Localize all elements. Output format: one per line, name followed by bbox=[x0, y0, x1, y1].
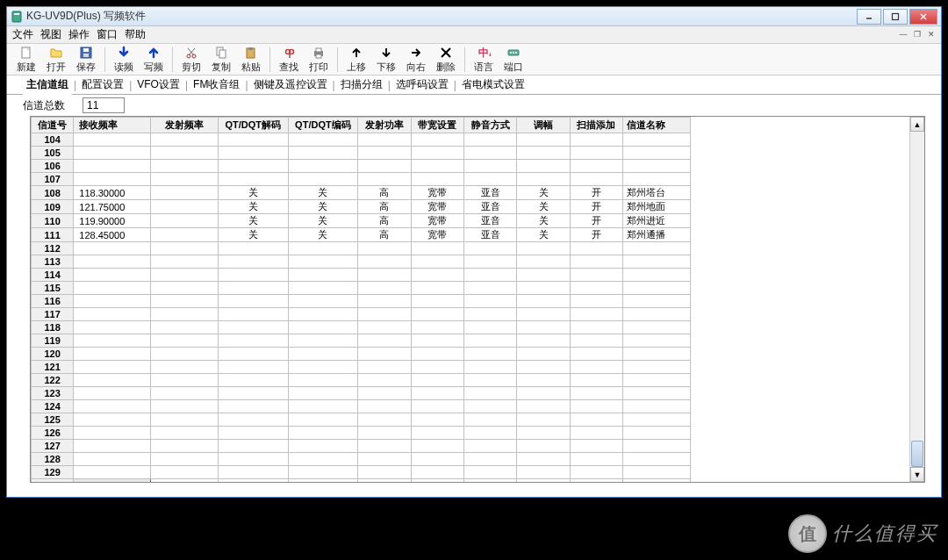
col-scan-add[interactable]: 扫描添加 bbox=[570, 118, 622, 133]
tab-selcall[interactable]: 选呼码设置 bbox=[392, 75, 452, 94]
col-mute[interactable]: 静音方式 bbox=[463, 118, 516, 133]
table-row[interactable]: 127 bbox=[32, 440, 691, 453]
table-row[interactable]: 121 bbox=[32, 361, 691, 374]
copy-icon bbox=[214, 46, 228, 60]
scroll-down-button[interactable]: ▼ bbox=[910, 467, 924, 482]
svg-rect-17 bbox=[248, 47, 253, 50]
table-row[interactable]: 104 bbox=[32, 133, 691, 147]
port-button[interactable]: 端口 bbox=[499, 45, 528, 75]
svg-point-19 bbox=[290, 49, 294, 54]
moveright-button[interactable]: 向右 bbox=[402, 45, 430, 75]
tab-scan-group[interactable]: 扫描分组 bbox=[337, 75, 386, 94]
table-row[interactable]: 105 bbox=[32, 147, 691, 160]
table-row[interactable]: 120 bbox=[32, 348, 691, 361]
table-row[interactable]: 129 bbox=[32, 466, 691, 479]
col-rx-freq[interactable]: 接收频率 bbox=[74, 118, 151, 133]
table-row[interactable]: 107 bbox=[32, 173, 691, 186]
new-icon bbox=[19, 46, 33, 60]
find-button[interactable]: 查找 bbox=[275, 45, 303, 75]
table-row[interactable]: 122 bbox=[32, 374, 691, 387]
channel-count-label: 信道总数 bbox=[23, 98, 65, 113]
table-row[interactable]: 114 bbox=[32, 269, 691, 282]
delete-button[interactable]: 删除 bbox=[432, 45, 460, 75]
mdi-restore-button[interactable]: ❐ bbox=[911, 28, 923, 40]
tab-powersave[interactable]: 省电模式设置 bbox=[458, 75, 528, 94]
col-power[interactable]: 发射功率 bbox=[358, 118, 411, 133]
table-row[interactable]: 106 bbox=[32, 160, 691, 173]
tab-fm[interactable]: FM收音组 bbox=[190, 75, 243, 94]
mdi-minimize-button[interactable]: ― bbox=[897, 28, 909, 40]
mdi-close-button[interactable]: ✕ bbox=[925, 28, 937, 40]
table-row[interactable]: 126 bbox=[32, 427, 691, 440]
save-icon bbox=[79, 46, 93, 60]
col-channel-num[interactable]: 信道号 bbox=[32, 118, 74, 133]
read-button[interactable]: 读频 bbox=[110, 45, 138, 75]
movedown-button[interactable]: 下移 bbox=[372, 45, 400, 75]
tab-sidekey[interactable]: 侧键及遥控设置 bbox=[250, 75, 331, 94]
arrow-down-icon bbox=[379, 46, 393, 60]
port-icon bbox=[506, 46, 521, 60]
paste-button[interactable]: 粘贴 bbox=[237, 45, 265, 75]
tab-strip: 主信道组| 配置设置| VFO设置| FM收音组| 侧键及遥控设置| 扫描分组|… bbox=[7, 75, 941, 95]
table-row[interactable]: 124 bbox=[32, 400, 691, 413]
tab-vfo[interactable]: VFO设置 bbox=[133, 75, 183, 94]
toolbar: 新建 打开 保存 读频 写频 剪切 复制 粘贴 查找 打印 上移 下移 向右 删… bbox=[7, 44, 941, 75]
tab-config[interactable]: 配置设置 bbox=[78, 75, 127, 94]
table-row[interactable]: 117 bbox=[32, 308, 691, 321]
col-bandwidth[interactable]: 带宽设置 bbox=[411, 118, 463, 133]
open-icon bbox=[49, 46, 63, 60]
table-row[interactable]: 111128.45000关关高宽带亚音关开郑州通播 bbox=[32, 228, 691, 242]
open-button[interactable]: 打开 bbox=[42, 45, 70, 75]
col-channel-name[interactable]: 信道名称 bbox=[623, 118, 691, 133]
menu-bar: 文件 视图 操作 窗口 帮助 bbox=[7, 26, 941, 44]
cut-icon bbox=[184, 46, 198, 60]
col-decode[interactable]: QT/DQT解码 bbox=[218, 118, 288, 133]
table-row[interactable]: 130 bbox=[32, 479, 691, 483]
table-row[interactable]: 112 bbox=[32, 242, 691, 255]
minimize-button[interactable] bbox=[857, 9, 881, 25]
language-button[interactable]: 中A语言 bbox=[470, 45, 498, 75]
title-bar: KG-UV9D(Plus) 写频软件 bbox=[7, 7, 941, 26]
menu-operate[interactable]: 操作 bbox=[68, 27, 90, 42]
scroll-up-button[interactable]: ▲ bbox=[910, 117, 924, 132]
table-row[interactable]: 109121.75000关关高宽带亚音关开郑州地面 bbox=[32, 200, 691, 214]
svg-rect-8 bbox=[83, 48, 89, 52]
col-tx-freq[interactable]: 发射频率 bbox=[151, 118, 219, 133]
table-row[interactable]: 125 bbox=[32, 413, 691, 427]
vertical-scrollbar[interactable]: ▲ ▼ bbox=[909, 117, 924, 482]
table-row[interactable]: 110119.90000关关高宽带亚音关开郑州进近 bbox=[32, 214, 691, 228]
table-row[interactable]: 123 bbox=[32, 387, 691, 400]
close-button[interactable] bbox=[909, 9, 937, 25]
menu-window[interactable]: 窗口 bbox=[97, 27, 118, 42]
write-button[interactable]: 写频 bbox=[140, 45, 168, 75]
menu-file[interactable]: 文件 bbox=[12, 27, 33, 42]
table-row[interactable]: 113 bbox=[32, 255, 691, 269]
copy-button[interactable]: 复制 bbox=[207, 45, 235, 75]
save-button[interactable]: 保存 bbox=[72, 45, 100, 75]
table-row[interactable]: 115 bbox=[32, 282, 691, 295]
paste-icon bbox=[244, 46, 258, 60]
table-row[interactable]: 118 bbox=[32, 321, 691, 334]
maximize-button[interactable] bbox=[883, 9, 908, 25]
channel-count-input[interactable] bbox=[83, 97, 125, 113]
table-row[interactable]: 128 bbox=[32, 453, 691, 466]
menu-view[interactable]: 视图 bbox=[40, 27, 61, 42]
table-row[interactable]: 116 bbox=[32, 295, 691, 308]
moveup-button[interactable]: 上移 bbox=[342, 45, 370, 75]
svg-rect-3 bbox=[893, 13, 899, 19]
svg-rect-22 bbox=[316, 48, 321, 52]
watermark-badge-icon: 值 bbox=[788, 514, 827, 553]
scroll-thumb[interactable] bbox=[911, 441, 923, 467]
new-button[interactable]: 新建 bbox=[12, 45, 40, 75]
language-icon: 中A bbox=[477, 46, 491, 60]
print-button[interactable]: 打印 bbox=[305, 45, 333, 75]
table-row[interactable]: 108118.30000关关高宽带亚音关开郑州塔台 bbox=[32, 186, 691, 200]
menu-help[interactable]: 帮助 bbox=[125, 27, 146, 42]
tab-main-channels[interactable]: 主信道组 bbox=[23, 75, 72, 96]
table-row[interactable]: 119 bbox=[32, 334, 691, 348]
delete-icon bbox=[439, 46, 453, 60]
col-encode[interactable]: QT/DQT编码 bbox=[288, 118, 358, 133]
col-modulation[interactable]: 调幅 bbox=[517, 118, 570, 133]
cut-button[interactable]: 剪切 bbox=[177, 45, 205, 75]
svg-rect-1 bbox=[14, 13, 19, 15]
